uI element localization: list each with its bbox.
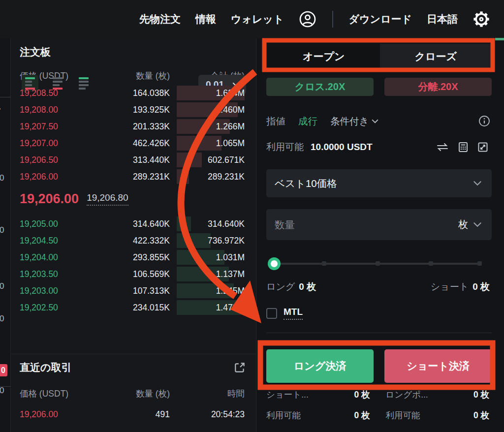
orderbook-ask-row[interactable]: 19,208.00193.925K1.460M [11,101,256,118]
partial-price-label: 0 [0,386,6,396]
tab-conditional[interactable]: 条件付き [330,115,378,128]
chevron-right-icon[interactable]: › [0,101,1,115]
close-buttons-row: ロング決済 ショート決済 [266,349,492,383]
close-short-button[interactable]: ショート決済 [384,349,492,383]
top-nav: 先物注文 情報 ウォレット ダウンロード 日本語 [0,0,504,38]
tab-limit[interactable]: 指値 [266,115,285,128]
price-select-value: ベスト10価格 [275,177,337,190]
divider [0,97,11,97]
price-tag-badge: 0 [0,364,7,376]
stat-item: ロングポ...0 枚 [386,389,490,401]
total-cell: 289.231K [170,172,245,182]
tab-open[interactable]: オープン [268,44,380,69]
col-qty: 数量 (枚) [94,388,170,400]
orderbook-bid-row[interactable]: 19,204.00293.855K1.031M [11,249,256,266]
orderbook-ask-row[interactable]: 19,207.00462.426K1.065M [11,135,256,152]
slider-handle[interactable] [268,257,281,270]
stat-value: 0 枚 [473,409,489,421]
open-close-tabs: オープン クローズ [268,44,492,69]
recent-trades-header: 価格 (USDT) 数量 (枚) 時間 [11,388,256,400]
orderbook-bid-row[interactable]: 19,203.50106.569K1.137M [11,266,256,282]
tab-conditional-label: 条件付き [330,115,369,128]
export-icon[interactable] [233,361,246,374]
isolated-margin-button[interactable]: 分離.20X [384,78,492,96]
qty-cell: 164.038K [94,88,170,98]
tab-close[interactable]: クローズ [380,44,492,69]
short-value: 0 枚 [472,281,490,292]
chart-edge-fragment [495,38,504,40]
cross-margin-button[interactable]: クロス.20X [266,78,374,96]
trading-screen: 先物注文 情報 ウォレット ダウンロード 日本語 [0,0,504,432]
quantity-slider[interactable] [269,257,482,270]
mark-price[interactable]: 19,206.80 [87,192,128,206]
nav-divider [332,11,333,28]
orderbook-ask-row[interactable]: 19,206.50313.440K602.671K [11,152,256,168]
quantity-unit[interactable]: 枚 [458,218,468,231]
stat-label: ショート... [266,389,309,401]
nav-wallet[interactable]: ウォレット [231,12,284,26]
orderbook-bid-row[interactable]: 19,202.50234.015K1.479M [11,299,256,316]
orderbook-bid-row[interactable]: 19,205.00314.640K314.640K [11,216,256,232]
partial-price-label: 0 [0,225,6,235]
qty-cell: 234.015K [94,303,170,313]
nav-download[interactable]: ダウンロード [349,12,412,26]
price-cell: 19,202.50 [20,303,94,313]
price-cell: 19,205.00 [20,219,94,229]
orderbook-bid-row[interactable]: 19,203.00107.313K1.245M [11,282,256,299]
partial-price-label: 0 [0,173,6,183]
total-cell: 602.671K [170,155,245,165]
orderbook-ask-row[interactable]: 19,208.50164.038K1.624M [11,85,256,101]
stat-item: ショート...0 枚 [266,389,370,401]
convert-icon[interactable] [477,141,489,153]
slider-tick-25[interactable] [322,261,326,266]
mtl-checkbox[interactable] [266,308,277,319]
time-cell: 20:54:23 [170,409,245,420]
nav-info[interactable]: 情報 [195,12,216,26]
total-cell: 1.624M [170,88,245,98]
qty-cell: 314.640K [94,219,170,229]
price-select[interactable]: ベスト10価格 [266,169,492,197]
nav-language[interactable]: 日本語 [427,12,458,26]
close-long-button[interactable]: ロング決済 [266,349,374,383]
price-cell: 19,204.50 [20,236,94,246]
nav-futures-order[interactable]: 先物注文 [139,12,181,26]
gear-icon[interactable] [472,10,490,28]
slider-tick-75[interactable] [429,261,433,266]
chevron-down-icon [473,181,482,186]
info-icon[interactable] [478,115,490,127]
price-cell: 19,203.50 [20,269,94,279]
qty-cell: 106.569K [94,269,170,279]
mtl-row: MTL [266,307,303,320]
trade-panel: オープン クローズ クロス.20X 分離.20X 指値 成行 条件付き 利用可能… [256,38,504,432]
stat-value: 0 枚 [354,389,370,401]
chevron-down-icon [372,119,378,123]
slider-tick-50[interactable] [376,261,380,266]
price-cell: 19,206.00 [20,172,94,182]
qty-cell: 462.426K [94,138,170,149]
total-cell: 1.137M [170,269,245,279]
stat-label: ロングポ... [386,389,428,401]
qty-cell: 293.855K [94,252,170,263]
trade-row[interactable]: 19,206.0049120:54:23 [11,409,256,420]
available-label: 利用可能 [266,141,304,154]
mtl-label[interactable]: MTL [284,307,303,320]
qty-cell: 289.231K [94,172,170,182]
orderbook-ask-row[interactable]: 19,207.50201.333K1.266M [11,118,256,135]
price-cell: 19,208.50 [20,88,94,98]
available-row: 利用可能 10.0000 USDT [266,139,489,155]
transfer-icon[interactable] [436,141,449,153]
qty-cell: 193.925K [94,105,170,115]
stat-item: 利用可能0 枚 [386,409,490,421]
chevron-down-icon [473,222,482,227]
orderbook-ask-row[interactable]: 19,206.00289.231K289.231K [11,168,256,185]
slider-tick-100[interactable] [477,261,482,266]
calculator-icon[interactable] [457,141,469,153]
quantity-input[interactable]: 数量 枚 [266,209,492,240]
person-icon[interactable] [299,10,316,28]
tab-market[interactable]: 成行 [298,115,317,128]
qty-cell: 491 [94,409,170,420]
orderbook-bid-row[interactable]: 19,204.50422.332K736.972K [11,232,256,249]
stat-value: 0 枚 [473,389,489,401]
recent-trades-rows: 19,206.0049120:54:23 [11,409,256,420]
price-cell: 19,207.50 [20,122,94,132]
